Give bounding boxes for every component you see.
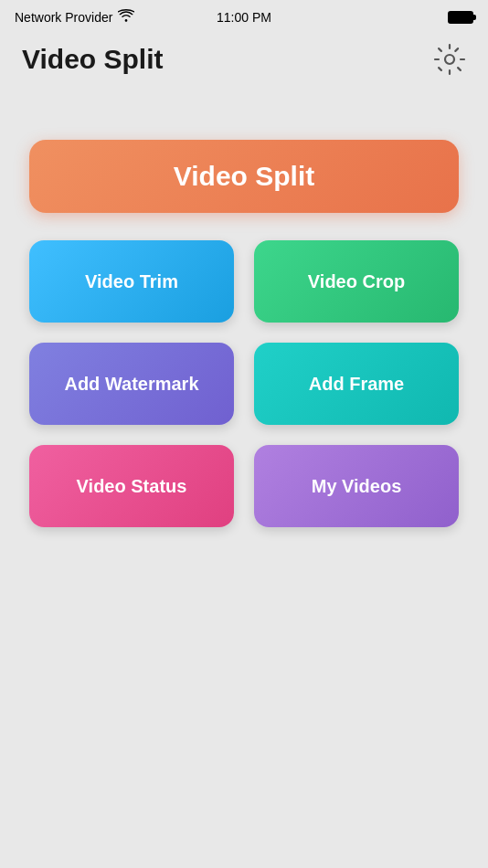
main-content: Video Split Video Trim Video Crop Add Wa… [0, 85, 488, 564]
feature-grid: Video Trim Video Crop Add Watermark Add … [29, 240, 459, 527]
svg-point-0 [445, 55, 454, 64]
status-right [448, 11, 473, 24]
status-left: Network Provider [15, 9, 134, 25]
video-crop-button[interactable]: Video Crop [254, 240, 459, 323]
status-bar: Network Provider 11:00 PM [0, 0, 488, 34]
my-videos-button[interactable]: My Videos [254, 445, 459, 527]
settings-button[interactable] [433, 43, 466, 76]
video-trim-button[interactable]: Video Trim [29, 240, 234, 323]
add-watermark-button[interactable]: Add Watermark [29, 343, 234, 425]
wifi-icon [118, 9, 134, 25]
video-status-button[interactable]: Video Status [29, 445, 234, 527]
app-header: Video Split [0, 34, 488, 85]
battery-icon [448, 11, 473, 24]
network-provider-text: Network Provider [15, 10, 112, 25]
status-time: 11:00 PM [217, 10, 271, 25]
app-title: Video Split [22, 44, 163, 75]
add-frame-button[interactable]: Add Frame [254, 343, 459, 425]
video-split-button[interactable]: Video Split [29, 140, 459, 213]
